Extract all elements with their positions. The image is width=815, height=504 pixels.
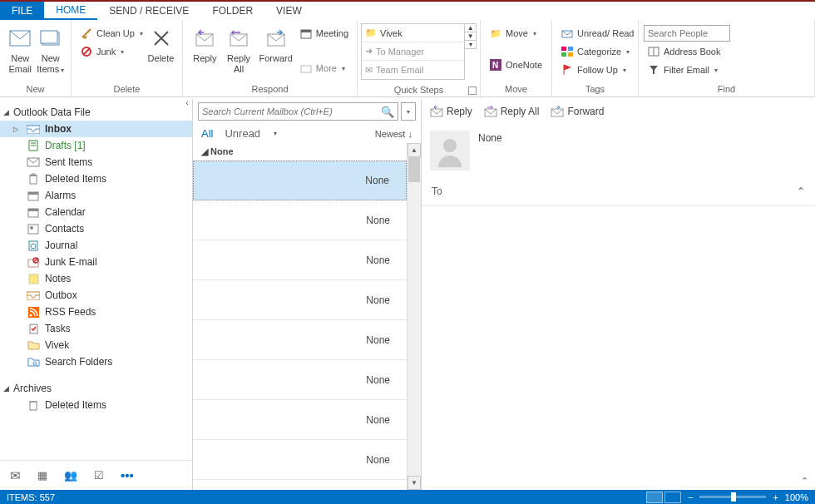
qs-more[interactable]: ▾ xyxy=(465,41,476,48)
notes-icon xyxy=(27,273,40,284)
sent-icon xyxy=(27,156,40,168)
qs-down[interactable]: ▼ xyxy=(465,32,476,41)
forward-button[interactable]: Forward xyxy=(255,23,295,64)
message-item[interactable]: None xyxy=(193,161,407,200)
broom-icon xyxy=(80,27,93,40)
zoom-level[interactable]: 100% xyxy=(785,492,808,502)
tab-send-receive[interactable]: SEND / RECEIVE xyxy=(97,2,200,20)
search-scope-button[interactable]: ▾ xyxy=(401,102,416,121)
meeting-button[interactable]: Meeting xyxy=(296,25,352,42)
nav-rss[interactable]: RSS Feeds xyxy=(0,304,192,320)
nav-alarms[interactable]: Alarms xyxy=(0,187,192,204)
reading-reply-all-button[interactable]: Reply All xyxy=(484,106,540,117)
nav-journal[interactable]: Journal xyxy=(0,237,192,254)
nav-section-datafile[interactable]: ◢Outlook Data File xyxy=(0,104,192,121)
new-email-button[interactable]: New Email xyxy=(5,23,36,75)
filter-unread[interactable]: Unread xyxy=(225,127,260,140)
search-icon[interactable]: 🔍 xyxy=(381,106,394,118)
forward-small-icon: ➜ xyxy=(365,46,373,57)
reading-footer-caret[interactable]: ⌃ xyxy=(801,476,808,487)
tab-home[interactable]: HOME xyxy=(44,2,97,20)
filter-all[interactable]: All xyxy=(201,127,213,140)
inbox-icon xyxy=(27,123,40,135)
move-button[interactable]: 📁Move▾ xyxy=(486,25,546,42)
zoom-out-button[interactable]: − xyxy=(688,492,693,502)
expand-header-button[interactable]: ⌃ xyxy=(797,185,805,197)
nav-archives-deleted[interactable]: Deleted Items xyxy=(0,397,192,413)
zoom-slider[interactable] xyxy=(699,496,766,498)
reading-pane: Reply Reply All Forward None To ⌃ ⌃ xyxy=(422,99,815,490)
tab-view[interactable]: VIEW xyxy=(264,2,314,20)
respond-more-button[interactable]: More▾ xyxy=(296,60,352,77)
svg-rect-31 xyxy=(28,209,38,211)
funnel-icon xyxy=(647,63,660,77)
search-mailbox-input[interactable]: 🔍 xyxy=(198,102,398,121)
nav-search-folders[interactable]: Search Folders xyxy=(0,353,192,370)
nav-junk[interactable]: Junk E-mail xyxy=(0,254,192,270)
switch-tasks[interactable]: ☑ xyxy=(94,469,104,482)
reading-reply-button[interactable]: Reply xyxy=(430,106,472,117)
message-item[interactable]: None xyxy=(193,400,407,440)
junk-button[interactable]: Junk▾ xyxy=(77,43,145,60)
message-item[interactable]: None xyxy=(193,280,407,320)
followup-button[interactable]: Follow Up▾ xyxy=(557,62,638,78)
address-book-button[interactable]: Address Book xyxy=(644,43,730,60)
message-item[interactable]: None xyxy=(193,440,407,480)
zoom-in-button[interactable]: + xyxy=(773,492,778,502)
nav-contacts[interactable]: Contacts xyxy=(0,220,192,237)
scroll-down-button[interactable]: ▼ xyxy=(408,476,421,490)
nav-vivek[interactable]: Vivek xyxy=(0,337,192,353)
nav-collapse-button[interactable]: ‹ xyxy=(185,97,189,107)
tab-file[interactable]: FILE xyxy=(0,2,44,20)
group-label-delete: Delete xyxy=(72,82,182,96)
svg-rect-9 xyxy=(301,30,311,32)
nav-notes[interactable]: Notes xyxy=(0,270,192,287)
message-item[interactable]: None xyxy=(193,200,407,240)
message-list-pane: 🔍 ▾ All Unread ▾ Newest ↓ ◢ None None No… xyxy=(193,99,422,490)
nav-tasks[interactable]: Tasks xyxy=(0,320,192,337)
view-normal-button[interactable] xyxy=(646,492,663,503)
nav-sent[interactable]: Sent Items xyxy=(0,154,192,170)
status-item-count: ITEMS: 557 xyxy=(7,492,55,502)
switch-people[interactable]: 👥 xyxy=(64,469,77,482)
nav-deleted[interactable]: Deleted Items xyxy=(0,170,192,187)
arrange-by-button[interactable]: Newest ↓ xyxy=(375,129,412,139)
message-item[interactable]: None xyxy=(193,360,407,400)
scroll-up-button[interactable]: ▲ xyxy=(408,143,421,157)
new-items-button[interactable]: New Items▾ xyxy=(36,23,67,76)
view-reading-button[interactable] xyxy=(664,492,681,503)
envelope-icon xyxy=(7,25,33,52)
drafts-icon xyxy=(27,140,40,151)
reply-all-icon xyxy=(225,25,252,52)
reply-button[interactable]: Reply xyxy=(188,23,222,64)
filter-email-button[interactable]: Filter Email▾ xyxy=(644,62,730,78)
switch-more[interactable]: ••• xyxy=(121,468,134,482)
onenote-button[interactable]: NOneNote xyxy=(486,57,546,73)
qs-up[interactable]: ▲ xyxy=(465,24,476,32)
msg-group-header[interactable]: ◢ None xyxy=(193,143,407,161)
cleanup-button[interactable]: Clean Up▾ xyxy=(77,25,145,42)
msglist-scrollbar[interactable]: ▲ ▼ xyxy=(407,143,421,490)
nav-drafts[interactable]: Drafts [1] xyxy=(0,137,192,154)
switch-mail[interactable]: ✉ xyxy=(10,468,21,483)
nav-section-archives[interactable]: ◢Archives xyxy=(0,380,192,397)
nav-inbox[interactable]: ▷Inbox xyxy=(0,121,192,137)
message-item[interactable]: None xyxy=(193,320,407,360)
nav-outbox[interactable]: Outbox xyxy=(0,287,192,304)
search-people-input[interactable] xyxy=(644,25,730,42)
switch-calendar[interactable]: ▦ xyxy=(37,469,47,482)
scroll-thumb[interactable] xyxy=(408,157,420,182)
outbox-icon xyxy=(27,289,40,301)
qs-launcher[interactable] xyxy=(468,86,477,95)
quick-steps-gallery[interactable]: 📁Vivek ➜To Manager ✉Team Email xyxy=(361,23,465,80)
tab-folder[interactable]: FOLDER xyxy=(200,2,264,20)
reply-all-button[interactable]: Reply All xyxy=(222,23,256,75)
forward-icon xyxy=(263,25,289,52)
calendar-icon xyxy=(299,27,313,40)
nav-calendar[interactable]: Calendar xyxy=(0,204,192,220)
unread-read-button[interactable]: Unread/ Read xyxy=(557,25,638,42)
categorize-button[interactable]: Categorize▾ xyxy=(557,43,638,60)
delete-button[interactable]: Delete xyxy=(145,23,177,64)
reading-forward-button[interactable]: Forward xyxy=(551,106,604,117)
message-item[interactable]: None xyxy=(193,240,407,280)
